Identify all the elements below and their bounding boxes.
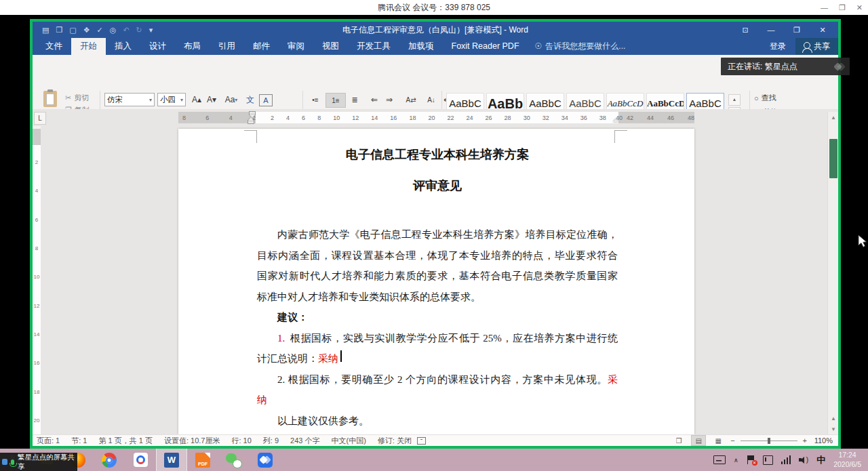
left-indent-marker[interactable] (248, 117, 254, 123)
status-item[interactable]: 页面: 1 (37, 436, 60, 446)
spelling-icon[interactable]: ✓ (97, 22, 103, 38)
status-item[interactable]: 节: 1 (71, 436, 87, 446)
taskbar-app-wechat[interactable] (218, 449, 250, 471)
grow-font-button[interactable]: A▴ (190, 93, 203, 106)
vertical-scrollbar[interactable]: ▲ ▲ ▼ (827, 112, 838, 434)
macro-record-icon[interactable] (417, 437, 426, 445)
phonetic-guide-button[interactable]: 文 (244, 93, 256, 106)
ribbon-tab[interactable]: 文件 (37, 38, 71, 55)
screen: 腾讯会议 会议号：339 878 025 — ❐ ✕ ▤ ❒ ▢ ❖ ✓ ◎ ↶… (0, 0, 868, 471)
find-button[interactable]: ○ 查找 (754, 93, 776, 103)
redo-icon[interactable]: ↻ (136, 22, 142, 38)
print-preview-icon[interactable]: ◎ (110, 22, 117, 38)
tab-selector[interactable]: L (34, 112, 46, 125)
network-signal-icon[interactable] (781, 455, 791, 464)
account-area: 登录 共享 (770, 38, 838, 55)
font-name-combo[interactable]: 仿宋 ▾ (104, 93, 155, 106)
scroll-up-icon[interactable]: ▲ (828, 112, 839, 123)
decrease-indent-icon[interactable]: ⇐ (368, 93, 381, 106)
increase-indent-icon[interactable]: ⇒ (382, 93, 396, 106)
ribbon-display-icon[interactable]: ⊡ (732, 22, 758, 38)
number-list-icon[interactable]: 1≡ (326, 93, 346, 108)
change-case-button[interactable]: Aa▾ (222, 93, 240, 106)
ribbon-tab[interactable]: 插入 (106, 38, 140, 55)
sort-icon[interactable]: A↓ (423, 93, 439, 106)
font-name-value: 仿宋 (107, 95, 123, 105)
sign-in-button[interactable]: 登录 (770, 41, 786, 52)
maximize-icon[interactable]: ❐ (839, 3, 846, 12)
asian-layout-icon[interactable]: A⇄ (401, 93, 420, 106)
taskbar-app-foxit-pdf[interactable]: PDF (187, 449, 218, 471)
word-close-icon[interactable]: ✕ (810, 22, 835, 38)
taskbar-app-tencent-meeting[interactable] (250, 449, 281, 471)
ribbon-tab[interactable]: 加载项 (399, 38, 443, 55)
tray-clock[interactable]: 17:24 2020/6/5 (833, 451, 861, 469)
word-minimize-icon[interactable]: — (758, 22, 784, 38)
status-item[interactable]: 行: 10 (231, 436, 251, 446)
cut-button[interactable]: ✂ 剪切 (65, 93, 89, 103)
read-mode-icon[interactable]: ❒ (672, 436, 686, 445)
ime-indicator[interactable]: 中 (816, 454, 825, 466)
ribbon-tab[interactable]: 开发工具 (348, 38, 399, 55)
ribbon-tab[interactable]: 开始 (71, 38, 106, 55)
next-page-icon[interactable]: ▼ (828, 424, 839, 434)
character-border-button[interactable]: A (259, 94, 273, 106)
suggestion2-text: 2. 根据国标，要明确至少 2 个方向的课程设计内容，方案中未见体现。 (277, 374, 608, 385)
print-layout-icon[interactable]: ▤ (691, 435, 706, 446)
right-indent-marker[interactable] (613, 119, 618, 122)
ribbon-tab[interactable]: 设计 (140, 38, 175, 55)
status-item[interactable]: 修订: 关闭 (378, 436, 412, 446)
doc-body[interactable]: 内蒙古师范大学《电子信息工程专业本科生培养方案》培养目标定位准确， 目标内涵全面… (257, 224, 618, 431)
web-layout-icon[interactable]: ▦ (711, 436, 725, 445)
prev-page-icon[interactable]: ▲ (828, 413, 839, 424)
zoom-slider[interactable] (741, 441, 797, 441)
hidden-icons-chevron-icon[interactable]: ∧ (734, 457, 738, 464)
status-item[interactable]: 列: 9 (263, 436, 279, 446)
touch-keyboard-icon[interactable] (713, 455, 726, 464)
customize-qat-icon[interactable]: ▾ (149, 22, 153, 38)
taskbar-app-word-active[interactable]: W (156, 449, 187, 471)
touch-mode-icon[interactable]: ❖ (83, 22, 90, 38)
ribbon-tabs: 文件开始插入设计布局引用邮件审阅视图开发工具加载项Foxit Reader PD… (37, 38, 528, 55)
bullet-list-icon[interactable]: •≡ (308, 93, 323, 106)
ribbon-tab[interactable]: 引用 (210, 38, 244, 55)
speaker-icon[interactable]: ) (799, 456, 808, 464)
ribbon-tab[interactable]: 视图 (313, 38, 348, 55)
font-size-combo[interactable]: 小四 ▾ (157, 93, 186, 106)
undo-icon[interactable]: ↶ (123, 22, 129, 38)
taskbar-app-baidu-netdisk[interactable] (125, 449, 156, 471)
app-icon (2, 459, 7, 465)
open-icon[interactable]: ❒ (56, 22, 62, 38)
zoom-out-icon[interactable]: − (730, 436, 734, 445)
zoom-level[interactable]: 110% (812, 436, 833, 445)
ribbon-tab[interactable]: 布局 (175, 38, 210, 55)
document-page[interactable]: 电子信息工程专业本科生培养方案 评审意见 内蒙古师范大学《电子信息工程专业本科生… (178, 129, 694, 434)
zoom-slider-thumb[interactable] (768, 438, 770, 444)
zoom-in-icon[interactable]: + (803, 436, 807, 445)
ribbon-tab[interactable]: 邮件 (244, 38, 279, 55)
multilevel-list-icon[interactable]: ≣ (347, 93, 362, 106)
scrollbar-thumb[interactable] (829, 139, 837, 178)
status-item[interactable]: 中文(中国) (331, 436, 366, 446)
suggestion1-continuation: 计汇总说明： (257, 353, 318, 364)
status-item[interactable]: 第 1 页，共 1 页 (98, 436, 152, 446)
status-item[interactable]: 243 个字 (290, 436, 319, 446)
ribbon-tab[interactable]: 审阅 (279, 38, 313, 55)
status-item[interactable]: 设置值: 10.7厘米 (164, 436, 220, 446)
shrink-font-button[interactable]: A▾ (205, 93, 218, 106)
action-center-flag-icon[interactable]: ✕ (747, 455, 755, 464)
new-doc-icon[interactable]: ▢ (69, 22, 76, 38)
taskbar-app-chrome[interactable] (94, 449, 125, 471)
doc-line: 纳 (257, 390, 618, 411)
close-icon[interactable]: ✕ (856, 3, 863, 12)
vertical-ruler[interactable]: 2468101214161820 (33, 129, 41, 434)
device-settings-icon[interactable] (763, 455, 773, 465)
save-icon[interactable]: ▤ (42, 22, 49, 38)
ribbon-tab[interactable]: Foxit Reader PDF (443, 38, 528, 55)
tell-me-box[interactable]: ☉ 告诉我您想要做什么... (535, 38, 626, 55)
word-restore-icon[interactable]: ❐ (784, 22, 810, 38)
horizontal-ruler[interactable]: 8642 2468101214161820222426283032343638 … (178, 112, 694, 123)
styles-scroll-up-icon[interactable]: ▾ (728, 94, 741, 106)
share-button[interactable]: 共享 (795, 38, 838, 55)
minimize-icon[interactable]: — (821, 3, 828, 12)
